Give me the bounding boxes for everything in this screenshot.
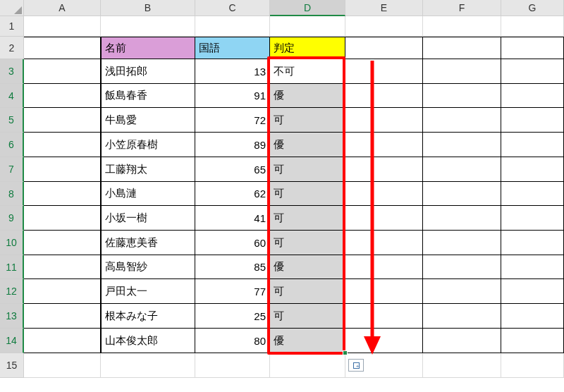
cell-F4[interactable] (423, 84, 501, 108)
autofill-options-button[interactable]: + (348, 359, 364, 372)
select-all-corner[interactable] (0, 0, 24, 16)
cell-F5[interactable] (423, 108, 501, 133)
cell-D8[interactable]: 可 (270, 182, 345, 206)
cell-D3[interactable]: 不可 (270, 59, 345, 84)
cell-F2[interactable] (423, 37, 501, 59)
cell-E14[interactable] (345, 329, 423, 353)
cell-C11[interactable]: 85 (195, 255, 270, 279)
cell-F11[interactable] (423, 255, 501, 279)
cell-A15[interactable] (24, 353, 101, 378)
cell-A4[interactable] (24, 84, 101, 108)
cell-G11[interactable] (501, 255, 564, 279)
cell-E12[interactable] (345, 279, 423, 304)
cell-D6[interactable]: 優 (270, 133, 345, 157)
cell-G10[interactable] (501, 231, 564, 255)
cell-G7[interactable] (501, 157, 564, 182)
col-header-F[interactable]: F (423, 0, 501, 16)
cell-A3[interactable] (24, 59, 101, 84)
cell-C1[interactable] (195, 16, 270, 37)
cell-D13[interactable]: 可 (270, 304, 345, 329)
cell-D5[interactable]: 可 (270, 108, 345, 133)
cell-C6[interactable]: 89 (195, 133, 270, 157)
cell-F7[interactable] (423, 157, 501, 182)
cell-C7[interactable]: 65 (195, 157, 270, 182)
cell-G3[interactable] (501, 59, 564, 84)
cell-A7[interactable] (24, 157, 101, 182)
cell-C4[interactable]: 91 (195, 84, 270, 108)
cell-F14[interactable] (423, 329, 501, 353)
cell-D14[interactable]: 優 (270, 329, 345, 353)
grid-area[interactable]: 名前国語判定浅田拓郎13不可飯島春香91優牛島愛72可小笠原春樹89優工藤翔太6… (24, 16, 564, 378)
cell-D10[interactable]: 可 (270, 231, 345, 255)
row-header-4[interactable]: 4 (0, 84, 24, 108)
row-header-6[interactable]: 6 (0, 133, 24, 157)
cell-E1[interactable] (345, 16, 423, 37)
cell-G8[interactable] (501, 182, 564, 206)
cell-C12[interactable]: 77 (195, 279, 270, 304)
cell-C13[interactable]: 25 (195, 304, 270, 329)
cell-E4[interactable] (345, 84, 423, 108)
cell-G6[interactable] (501, 133, 564, 157)
row-header-11[interactable]: 11 (0, 255, 24, 279)
cell-D1[interactable] (270, 16, 345, 37)
cell-E9[interactable] (345, 206, 423, 231)
cell-C8[interactable]: 62 (195, 182, 270, 206)
cell-G1[interactable] (501, 16, 564, 37)
cell-B1[interactable] (101, 16, 195, 37)
cell-C10[interactable]: 60 (195, 231, 270, 255)
row-header-12[interactable]: 12 (0, 279, 24, 304)
col-header-C[interactable]: C (195, 0, 270, 16)
fill-handle[interactable] (343, 350, 348, 355)
row-header-2[interactable]: 2 (0, 37, 24, 59)
row-header-1[interactable]: 1 (0, 16, 24, 37)
cell-C5[interactable]: 72 (195, 108, 270, 133)
cell-B12[interactable]: 戸田太一 (101, 279, 195, 304)
row-header-9[interactable]: 9 (0, 206, 24, 231)
cell-E11[interactable] (345, 255, 423, 279)
cell-F9[interactable] (423, 206, 501, 231)
cell-B2[interactable]: 名前 (101, 37, 195, 59)
cell-B14[interactable]: 山本俊太郎 (101, 329, 195, 353)
cell-A13[interactable] (24, 304, 101, 329)
cell-B6[interactable]: 小笠原春樹 (101, 133, 195, 157)
cell-A8[interactable] (24, 182, 101, 206)
cell-E2[interactable] (345, 37, 423, 59)
cell-D11[interactable]: 優 (270, 255, 345, 279)
cell-B10[interactable]: 佐藤恵美香 (101, 231, 195, 255)
cell-F13[interactable] (423, 304, 501, 329)
cell-D9[interactable]: 可 (270, 206, 345, 231)
row-header-15[interactable]: 15 (0, 353, 24, 378)
cell-A10[interactable] (24, 231, 101, 255)
cell-A1[interactable] (24, 16, 101, 37)
cell-D7[interactable]: 可 (270, 157, 345, 182)
cell-F10[interactable] (423, 231, 501, 255)
cell-G15[interactable] (501, 353, 564, 378)
cell-B3[interactable]: 浅田拓郎 (101, 59, 195, 84)
col-header-A[interactable]: A (24, 0, 101, 16)
cell-F1[interactable] (423, 16, 501, 37)
cell-A5[interactable] (24, 108, 101, 133)
col-header-B[interactable]: B (101, 0, 195, 16)
row-header-8[interactable]: 8 (0, 182, 24, 206)
cell-G13[interactable] (501, 304, 564, 329)
row-header-13[interactable]: 13 (0, 304, 24, 329)
cell-A14[interactable] (24, 329, 101, 353)
cell-A2[interactable] (24, 37, 101, 59)
cell-C9[interactable]: 41 (195, 206, 270, 231)
cell-A9[interactable] (24, 206, 101, 231)
cell-D4[interactable]: 優 (270, 84, 345, 108)
row-header-14[interactable]: 14 (0, 329, 24, 353)
col-header-G[interactable]: G (501, 0, 564, 16)
cell-F12[interactable] (423, 279, 501, 304)
cell-A12[interactable] (24, 279, 101, 304)
cell-A6[interactable] (24, 133, 101, 157)
cell-F15[interactable] (423, 353, 501, 378)
row-header-10[interactable]: 10 (0, 231, 24, 255)
cell-G9[interactable] (501, 206, 564, 231)
col-header-D[interactable]: D (270, 0, 345, 16)
cell-G2[interactable] (501, 37, 564, 59)
cell-C3[interactable]: 13 (195, 59, 270, 84)
cell-F6[interactable] (423, 133, 501, 157)
cell-D2[interactable]: 判定 (270, 37, 345, 59)
cell-B11[interactable]: 高島智紗 (101, 255, 195, 279)
